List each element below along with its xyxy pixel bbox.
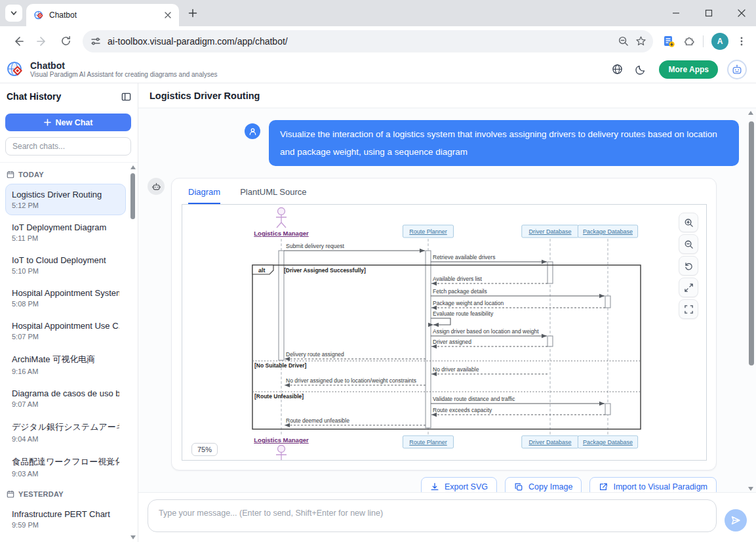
- address-bar[interactable]: ai-toolbox.visual-paradigm.com/app/chatb…: [83, 30, 653, 52]
- chat-history-item[interactable]: IoT to Cloud Deployment 5:10 PM: [5, 249, 126, 281]
- magnifier-minus-icon: [618, 35, 629, 47]
- plus-icon: [44, 119, 51, 126]
- bot-response-row: Diagram PlantUML Source Logistics Manage…: [148, 178, 739, 492]
- chat-history-item[interactable]: Sustainability PERT Chart: [5, 536, 126, 542]
- chat-history-item[interactable]: Infrastructure PERT Chart 9:59 PM: [5, 503, 126, 535]
- svg-text:Package Database: Package Database: [583, 228, 633, 235]
- back-button[interactable]: [8, 31, 29, 52]
- chat-history-item[interactable]: Hospital Appointment Use C... 5:07 PM: [5, 315, 126, 346]
- send-button[interactable]: [725, 509, 747, 532]
- browser-window: Chatbot ai-toolbox.visual-paradigm.com/a…: [0, 0, 756, 542]
- chat-item-title: Diagrama de casos de uso bi...: [12, 388, 119, 398]
- reload-icon: [60, 35, 71, 47]
- zoom-page-button[interactable]: [618, 35, 629, 47]
- message-composer: [138, 492, 756, 542]
- chat-item-title: IoT to Cloud Deployment: [12, 255, 119, 265]
- tab-plantuml-source[interactable]: PlantUML Source: [240, 187, 306, 204]
- window-maximize-button[interactable]: [700, 4, 718, 22]
- zoom-out-button[interactable]: [679, 234, 698, 254]
- window-close-button[interactable]: [732, 4, 751, 22]
- tab-title: Chatbot: [49, 10, 157, 20]
- section-header-today: TODAY: [7, 171, 126, 178]
- chat-history-item[interactable]: ArchiMate 可视化电商 9:16 AM: [5, 348, 126, 381]
- scrollbar-thumb[interactable]: [130, 173, 135, 219]
- fit-screen-button[interactable]: [679, 278, 698, 297]
- moon-icon: [635, 64, 646, 75]
- svg-text:No driver assigned due to loca: No driver assigned due to location/weigh…: [286, 377, 416, 384]
- diagram-viewport[interactable]: Logistics ManagerRoute PlannerDriver Dat…: [182, 204, 707, 461]
- fullscreen-button[interactable]: [679, 299, 698, 319]
- chat-history-item[interactable]: Logistics Driver Routing 5:12 PM: [5, 184, 126, 215]
- extensions-area: A: [660, 33, 749, 50]
- diagram-card: Diagram PlantUML Source Logistics Manage…: [171, 178, 717, 470]
- tab-diagram[interactable]: Diagram: [188, 187, 220, 204]
- chat-item-time: 5:10 PM: [12, 267, 119, 275]
- chat-history-item[interactable]: Diagrama de casos de uso bi... 9:07 AM: [5, 383, 126, 414]
- export-svg-label: Export SVG: [445, 482, 488, 491]
- tab-close-button[interactable]: [162, 9, 174, 21]
- scrollbar-thumb[interactable]: [749, 121, 754, 365]
- zoom-out-icon: [684, 240, 694, 249]
- tab-search-button[interactable]: [5, 5, 22, 22]
- panel-toggle-icon: [121, 92, 131, 102]
- new-chat-button[interactable]: New Chat: [5, 114, 131, 131]
- svg-text:alt: alt: [258, 267, 266, 274]
- sidebar-scrollbar[interactable]: [130, 164, 136, 541]
- app-header: Chatbot Visual Paradigm AI Assistant for…: [0, 56, 756, 83]
- message-input[interactable]: [148, 499, 717, 532]
- maximize-icon: [705, 9, 713, 17]
- zoom-level-badge[interactable]: 75%: [191, 443, 218, 456]
- zoom-in-button[interactable]: [679, 213, 698, 232]
- search-input[interactable]: [5, 137, 131, 156]
- chat-history-sidebar: Chat History New Chat TODAY Logistics Dr…: [0, 83, 138, 542]
- svg-text:[No Suitable Driver]: [No Suitable Driver]: [254, 362, 307, 369]
- main-scrollbar[interactable]: [747, 110, 755, 492]
- dark-mode-button[interactable]: [631, 60, 650, 79]
- chat-history-item[interactable]: Hospital Appointment System 5:08 PM: [5, 282, 126, 314]
- fullscreen-corners-icon: [684, 304, 694, 314]
- extensions-button[interactable]: [683, 35, 695, 47]
- new-chat-label: New Chat: [56, 118, 93, 127]
- close-icon: [165, 12, 171, 18]
- doc-download-icon: [662, 35, 675, 48]
- scroll-down-arrow[interactable]: [130, 535, 136, 539]
- browser-menu-button[interactable]: [736, 36, 747, 47]
- browser-tab[interactable]: Chatbot: [26, 4, 179, 26]
- chatbot-avatar[interactable]: [727, 60, 747, 79]
- profile-avatar[interactable]: A: [711, 33, 728, 50]
- chat-item-time: 5:12 PM: [12, 201, 119, 209]
- svg-text:Package Database: Package Database: [583, 439, 633, 446]
- user-avatar: [245, 123, 260, 139]
- star-icon: [635, 35, 647, 47]
- back-arrow-icon: [12, 35, 24, 47]
- svg-text:Package weight and location: Package weight and location: [433, 300, 504, 306]
- reading-list-button[interactable]: [662, 35, 675, 48]
- url-text[interactable]: ai-toolbox.visual-paradigm.com/app/chatb…: [108, 36, 611, 47]
- scroll-down-arrow[interactable]: [748, 487, 753, 491]
- diagram-tabs: Diagram PlantUML Source: [172, 178, 716, 204]
- collapse-sidebar-button[interactable]: [121, 92, 131, 102]
- import-to-visual-paradigm-button[interactable]: Import to Visual Paradigm: [589, 477, 717, 492]
- reload-button[interactable]: [55, 31, 76, 52]
- scroll-up-arrow[interactable]: [130, 165, 136, 169]
- new-tab-button[interactable]: [184, 5, 201, 22]
- language-button[interactable]: [608, 60, 626, 79]
- svg-text:Route exceeds capacity: Route exceeds capacity: [433, 407, 492, 413]
- copy-image-button[interactable]: Copy Image: [505, 477, 582, 492]
- site-settings-icon[interactable]: [90, 36, 101, 47]
- forward-button[interactable]: [31, 31, 52, 52]
- reset-view-button[interactable]: [679, 256, 698, 276]
- more-apps-button[interactable]: More Apps: [659, 60, 718, 79]
- external-link-icon: [599, 482, 608, 491]
- chat-history-item[interactable]: デジタル銀行システムアーキ... 9:04 AM: [5, 415, 126, 449]
- window-minimize-button[interactable]: [667, 4, 685, 22]
- scroll-up-arrow[interactable]: [748, 111, 753, 115]
- chat-history-item[interactable]: IoT Deployment Diagram 5:11 PM: [5, 217, 126, 248]
- window-controls: [667, 0, 751, 26]
- export-svg-button[interactable]: Export SVG: [421, 477, 497, 492]
- bookmark-star-button[interactable]: [635, 35, 647, 47]
- avatar-letter: A: [717, 37, 723, 46]
- sidebar-title: Chat History: [7, 91, 61, 102]
- chat-item-title: デジタル銀行システムアーキ...: [12, 421, 119, 433]
- chat-history-item[interactable]: 食品配達ワークフロー視覚化 9:03 AM: [5, 450, 126, 484]
